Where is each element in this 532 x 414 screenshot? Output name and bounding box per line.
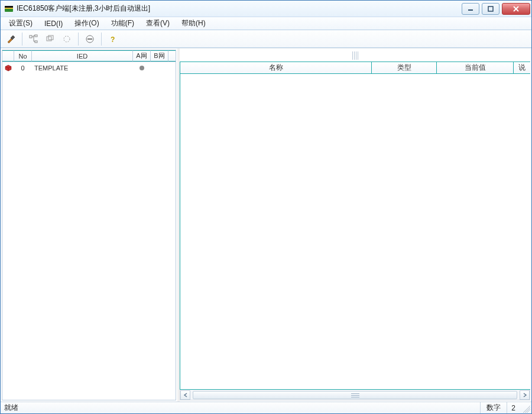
cube-icon [5,64,12,72]
grip-icon [352,51,358,60]
menu-bar: 设置(S) IED(I) 操作(O) 功能(F) 查看(V) 帮助(H) [1,17,531,30]
help-button[interactable]: ? [105,32,121,46]
svg-rect-4 [488,7,493,11]
ied-header-icon[interactable] [2,50,14,62]
menu-view[interactable]: 查看(V) [141,17,174,30]
header-type[interactable]: 类型 [372,62,437,73]
maximize-button[interactable] [482,3,499,15]
svg-rect-5 [30,35,32,38]
ied-header-no[interactable]: No [14,50,32,62]
svg-rect-8 [47,37,51,41]
tree-icon [29,34,38,44]
menu-ied[interactable]: IED(I) [40,18,67,29]
status-bar: 就绪 数字 2 [1,402,531,413]
toolbar-separator [22,33,22,46]
ied-header-extra[interactable] [168,50,176,62]
svg-rect-6 [35,35,37,37]
menu-function[interactable]: 功能(F) [106,17,139,30]
menu-settings[interactable]: 设置(S) [4,17,37,30]
svg-rect-12 [87,38,92,40]
window-title: IEC61850客户端[未注册,3小时后自动退出] [17,4,462,14]
menu-operate[interactable]: 操作(O) [70,17,103,30]
header-name[interactable]: 名称 [180,62,372,73]
ied-row-anet [133,62,151,74]
ied-pane: No IED A网 B网 0 TEMPLATE [2,50,176,400]
ied-row-bnet [151,62,168,74]
scrollbar-track[interactable] [190,390,520,400]
resize-grip[interactable] [521,403,530,413]
status-number: 2 [507,402,520,413]
scrollbar-thumb[interactable] [193,391,517,399]
table-row[interactable]: 0 TEMPLATE [2,62,176,74]
svg-rect-9 [48,35,53,40]
data-table: 名称 类型 当前值 说 [180,62,530,390]
windows-icon [46,34,55,44]
svg-point-10 [64,36,70,42]
svg-rect-1 [5,8,13,9]
main-area: No IED A网 B网 0 TEMPLATE [1,48,531,402]
ied-row-no: 0 [14,62,32,74]
minimize-button[interactable] [462,3,479,15]
circle-arrows-icon [62,34,72,44]
svg-text:?: ? [111,35,115,44]
toolbar-separator [101,33,102,46]
toolbar-separator [78,33,79,46]
hammer-button[interactable] [3,32,18,46]
grip-icon [351,393,359,397]
title-bar: IEC61850客户端[未注册,3小时后自动退出] [1,1,531,17]
chevron-left-icon [183,393,188,397]
header-extra[interactable]: 说 [514,62,530,73]
windows-button[interactable] [43,32,58,46]
scroll-right-button[interactable] [520,390,530,400]
svg-rect-2 [5,6,13,8]
app-icon [4,4,14,14]
ied-row-icon [2,62,14,74]
status-dot-icon [140,66,144,70]
ied-header-bnet[interactable]: B网 [151,50,168,62]
circle-arrows-button[interactable] [59,32,74,46]
svg-rect-7 [35,41,37,43]
chevron-right-icon [523,393,527,397]
tree-button[interactable] [26,32,41,46]
status-ready: 就绪 [1,403,480,413]
svg-rect-3 [468,9,473,11]
toolbar: ? [1,30,531,48]
ied-header-anet[interactable]: A网 [133,50,151,62]
ied-table-body: 0 TEMPLATE [2,62,176,400]
data-table-header: 名称 类型 当前值 说 [180,62,530,74]
pane-handle[interactable] [180,50,530,62]
minus-circle-icon [85,34,95,44]
menu-help[interactable]: 帮助(H) [177,17,210,30]
header-value[interactable]: 当前值 [437,62,514,73]
ied-header-ied[interactable]: IED [32,50,133,62]
hammer-icon [6,34,15,44]
ied-row-name: TEMPLATE [32,62,133,74]
ied-row-extra [168,62,176,74]
minus-circle-button[interactable] [82,32,98,46]
data-table-body [180,74,530,389]
right-pane: 名称 类型 当前值 说 [180,50,530,400]
status-numlock: 数字 [480,402,507,413]
ied-table-header: No IED A网 B网 [2,50,176,62]
scroll-left-button[interactable] [180,390,190,400]
close-button[interactable] [502,3,530,15]
question-icon: ? [108,34,118,44]
horizontal-scrollbar[interactable] [180,390,530,400]
